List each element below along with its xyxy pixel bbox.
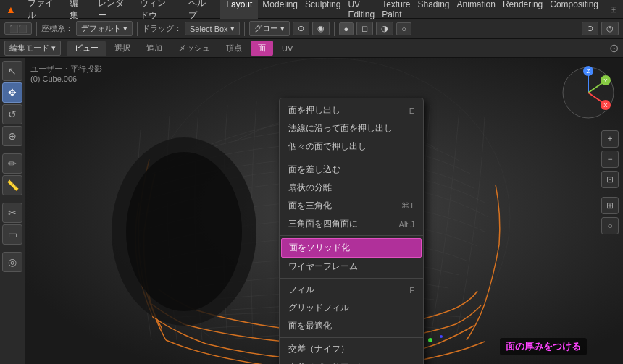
toolbar: ⬛⬛ 座標系： デフォルト ▾ ドラッグ： Select Box ▾ グロー ▾… — [0, 19, 623, 39]
svg-text:Y: Y — [603, 77, 608, 84]
svg-point-4 — [428, 338, 432, 342]
ws-tab-compositing[interactable]: Compositing — [547, 0, 601, 21]
zoom-out-btn[interactable]: − — [601, 151, 619, 168]
ctx-divider-3 — [280, 278, 423, 279]
header-tab-view[interactable]: ビュー — [67, 41, 106, 56]
ctx-divider-4 — [280, 337, 423, 338]
proportional-btn[interactable]: ◎ — [601, 22, 619, 35]
mode-select-icon: ⬛⬛ — [4, 22, 32, 35]
left-toolbar: ↖ ✥ ↺ ⊕ ✏ 📏 ✂ ▭ ◎ — [0, 58, 25, 364]
glow-dropdown: ▾ — [280, 24, 285, 33]
ctx-divider-2 — [280, 235, 423, 236]
ws-tab-uv[interactable]: UV Editing — [345, 0, 377, 21]
svg-point-3 — [126, 152, 242, 311]
separator-1 — [36, 22, 37, 36]
separator-4 — [334, 22, 335, 36]
perspective-btn[interactable]: ⊞ — [601, 197, 619, 214]
ctx-extrude-faces[interactable]: 面を押し出し E — [280, 101, 423, 119]
ctx-beautify-fill[interactable]: 面を最適化 — [280, 317, 423, 335]
move-tool-btn[interactable]: ✥ — [2, 82, 22, 103]
coord-value: デフォルト — [81, 23, 121, 34]
select-box-btn[interactable]: Select Box ▾ — [185, 22, 240, 35]
header-tabs: 編集モード ▾ ビュー 選択 追加 メッシュ 頂点 面 UV ⊙ — [0, 39, 623, 58]
drag-label: ドラッグ： — [142, 23, 182, 34]
fit-view-btn[interactable]: ⊡ — [601, 171, 619, 188]
shading-render-btn[interactable]: ○ — [396, 22, 411, 35]
snap-btn[interactable]: ⊙ — [582, 22, 598, 35]
ctx-poke-faces[interactable]: 扇状の分離 — [280, 179, 423, 197]
ctx-triangulate[interactable]: 面を三角化 ⌘T — [280, 197, 423, 215]
glow-btn[interactable]: グロー ▾ — [249, 21, 290, 36]
local-view-btn[interactable]: ○ — [601, 217, 619, 234]
header-tab-vertex[interactable]: 頂点 — [219, 41, 249, 56]
xray-toggle-btn[interactable]: ◉ — [312, 22, 330, 35]
top-menubar: ▲ ファイル 編集 レンダー ウィンドウ ヘルプ Layout Modeling… — [0, 0, 623, 19]
ws-tab-sculpting[interactable]: Sculpting — [302, 0, 343, 21]
cursor-tool-btn[interactable]: ↖ — [2, 61, 22, 81]
ctx-solidify[interactable]: 面をソリッド化 — [281, 238, 422, 258]
header-tab-select[interactable]: 選択 — [107, 41, 138, 56]
header-tab-mesh[interactable]: メッシュ — [171, 41, 217, 56]
ws-tab-animation[interactable]: Animation — [454, 0, 498, 21]
mode-label: 編集モード — [9, 43, 49, 54]
coord-selector[interactable]: デフォルト ▾ — [76, 21, 133, 36]
ctx-intersect-boolean[interactable]: 交差（ブーリアン） — [280, 358, 423, 364]
viewport: ↖ ✥ ↺ ⊕ ✏ 📏 ✂ ▭ ◎ ユーザー・平行投影 (0) Cube.006… — [0, 58, 623, 364]
svg-point-5 — [440, 335, 443, 338]
scale-tool-btn[interactable]: ⊕ — [2, 126, 22, 146]
viewport-projection: ユーザー・平行投影 — [30, 64, 102, 75]
glow-label: グロー — [254, 23, 278, 34]
header-extra-icon: ⊙ — [609, 41, 619, 55]
select-box-label: Select Box — [190, 25, 228, 33]
context-menu: 面を押し出し E 法線に沿って面を押し出し 個々の面で押し出し 面を差し込む 扇… — [279, 98, 424, 364]
header-uv-tab[interactable]: UV — [275, 42, 300, 55]
shading-material-btn[interactable]: ◑ — [376, 22, 393, 35]
overlay-icon: ⊙ — [298, 24, 304, 33]
zoom-in-btn[interactable]: + — [601, 130, 619, 148]
axes-svg: Z Y X — [559, 64, 617, 122]
ctx-intersect-knife[interactable]: 交差（ナイフ） — [280, 340, 423, 358]
header-face-tab[interactable]: 面 — [251, 41, 273, 56]
ctx-wireframe[interactable]: ワイヤーフレーム — [280, 258, 423, 276]
scene-collection-icon: ⊞ — [610, 4, 617, 14]
ws-tab-modeling[interactable]: Modeling — [259, 0, 301, 21]
ws-tab-texture[interactable]: Texture Paint — [379, 0, 413, 21]
app-icon: ▲ — [6, 4, 16, 15]
ctx-inset-faces[interactable]: 面を差し込む — [280, 161, 423, 179]
measure-tool-btn[interactable]: 📏 — [2, 175, 22, 195]
header-sep-1 — [64, 41, 64, 56]
coord-label: 座標系： — [41, 23, 73, 34]
ctx-extrude-individual[interactable]: 個々の面で押し出し — [280, 137, 423, 156]
xray-icon: ◉ — [317, 24, 325, 33]
shading-wire-btn[interactable]: ◻ — [356, 22, 373, 35]
bisect-tool-btn[interactable]: ▭ — [2, 224, 22, 245]
separator-2 — [137, 22, 138, 36]
ctx-extrude-faces-normal[interactable]: 法線に沿って面を押し出し — [280, 119, 423, 137]
ctx-grid-fill[interactable]: グリッドフィル — [280, 299, 423, 317]
header-tab-add[interactable]: 追加 — [139, 41, 170, 56]
ctx-tris-to-quads[interactable]: 三角面を四角面に Alt J — [280, 215, 423, 233]
right-overlay: + − ⊡ ⊞ ○ — [601, 130, 619, 234]
annotation-overlay: 面の厚みをつける — [500, 338, 587, 355]
ws-tab-shading[interactable]: Shading — [414, 0, 452, 21]
ws-tab-rendering[interactable]: Rendering — [500, 0, 545, 21]
select-box-dropdown: ▾ — [230, 24, 235, 33]
rotate-tool-btn[interactable]: ↺ — [2, 104, 22, 124]
viewport-info: ユーザー・平行投影 (0) Cube.006 — [30, 64, 102, 83]
ctx-fill[interactable]: フィル F — [280, 281, 423, 299]
svg-text:X: X — [603, 102, 608, 109]
coord-dropdown-icon: ▾ — [123, 24, 127, 33]
circle-select-btn[interactable]: ◎ — [2, 252, 22, 272]
nav-gizmo[interactable]: Z Y X — [559, 64, 617, 122]
ws-tab-layout[interactable]: Layout — [220, 0, 258, 21]
mode-dropdown-btn[interactable]: 編集モード ▾ — [4, 41, 61, 56]
mode-dropdown-icon: ▾ — [51, 43, 56, 53]
separator-3 — [244, 22, 245, 36]
knife-tool-btn[interactable]: ✂ — [2, 203, 22, 223]
annotation-text: 面の厚みをつける — [506, 341, 581, 352]
annotate-tool-btn[interactable]: ✏ — [2, 153, 22, 174]
shading-solid-btn[interactable]: ● — [339, 22, 354, 35]
ctx-divider-1 — [280, 158, 423, 158]
svg-text:Z: Z — [587, 68, 590, 75]
viewport-overlay-btn[interactable]: ⊙ — [293, 22, 309, 35]
